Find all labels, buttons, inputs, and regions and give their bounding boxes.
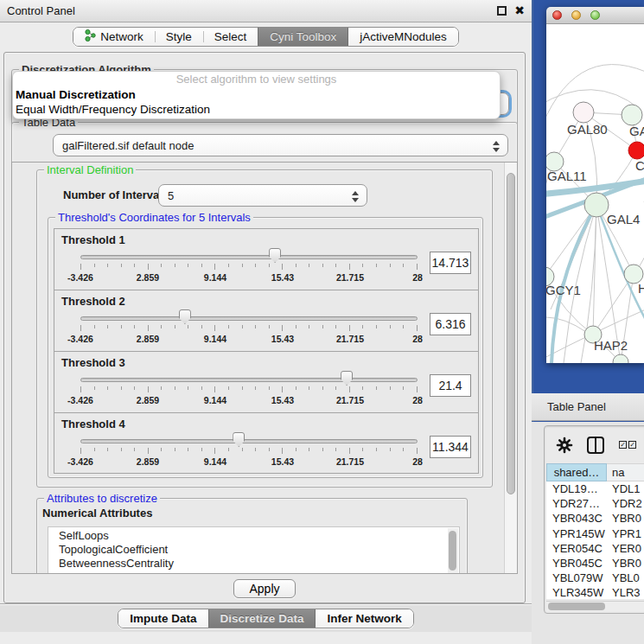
threshold-1-panel: Threshold 1 -3.426 2.859 bbox=[54, 229, 478, 290]
table-toolbar: ✓ ✓ bbox=[545, 426, 644, 463]
slider-tick-labels: -3.426 2.859 9.144 15.43 21.715 28 bbox=[80, 272, 418, 284]
network-window-titlebar bbox=[546, 7, 644, 24]
network-icon bbox=[85, 29, 96, 45]
threshold-1-slider[interactable]: -3.426 2.859 9.144 15.43 21.715 28 bbox=[80, 247, 418, 287]
number-of-intervals-combo[interactable]: 5 bbox=[158, 184, 367, 207]
slider-tick-labels: -3.426 2.859 9.144 15.43 21.715 28 bbox=[80, 395, 418, 406]
threshold-2-slider[interactable]: -3.426 2.859 9.144 15.43 21.715 28 bbox=[80, 309, 418, 348]
tab-jactivemnodules[interactable]: jActiveMNodules bbox=[348, 28, 458, 46]
threshold-2-value-field[interactable]: 6.316 bbox=[430, 313, 471, 335]
threshold-3-slider-thumb[interactable] bbox=[341, 371, 353, 386]
threshold-1-slider-thumb[interactable] bbox=[269, 248, 281, 263]
numerical-attributes-label: Numerical Attributes bbox=[42, 507, 152, 520]
threshold-3-panel: Threshold 3 -3.426 2.859 bbox=[54, 352, 478, 413]
table-row: YER054CYER0 bbox=[546, 541, 644, 556]
list-scrollbar bbox=[448, 528, 458, 574]
tab-cyni-toolbox[interactable]: Cyni Toolbox bbox=[258, 28, 348, 46]
threshold-4-value-field[interactable]: 11.344 bbox=[430, 436, 471, 458]
table-row: YDR27…YDR2 bbox=[546, 496, 644, 511]
network-view-window[interactable]: GAL80 GA GAL11 C GAL4 GCY1 H HAP2 bbox=[546, 7, 644, 363]
table-row: YBR043CYBR0 bbox=[546, 511, 644, 526]
apply-row: Apply bbox=[5, 575, 524, 603]
bottom-tab-group: Impute Data Discretize Data Infer Networ… bbox=[118, 609, 413, 628]
slider-track bbox=[80, 439, 418, 443]
bottom-tabbar: Impute Data Discretize Data Infer Networ… bbox=[0, 603, 532, 632]
zoom-traffic-light-icon[interactable] bbox=[590, 10, 600, 20]
tab-style[interactable]: Style bbox=[155, 28, 203, 46]
slider-ticks bbox=[80, 386, 418, 393]
numerical-attributes-list: SelfLoops TopologicalCoefficient Between… bbox=[48, 526, 460, 574]
tab-network-label: Network bbox=[100, 30, 143, 43]
threshold-3-label: Threshold 3 bbox=[61, 356, 471, 369]
number-of-intervals-value: 5 bbox=[168, 189, 174, 202]
table-panel-title: Table Panel bbox=[547, 400, 606, 413]
tab-discretize-data[interactable]: Discretize Data bbox=[208, 609, 316, 628]
threshold-3-value-field[interactable]: 21.4 bbox=[430, 374, 471, 397]
threshold-4-slider[interactable]: -3.426 2.859 9.144 15.43 21.715 28 bbox=[80, 431, 418, 471]
checkbox-icon[interactable]: ✓ bbox=[619, 441, 627, 449]
threshold-cells: Threshold 1 -3.426 2.859 bbox=[54, 228, 479, 474]
node-table: shared… na YDL19…YDL1 YDR27…YDR2 YBR043C… bbox=[546, 463, 644, 599]
node-label-gal11: GAL11 bbox=[547, 169, 587, 183]
thresholds-group: Threshold's Coordinates for 5 Intervals … bbox=[48, 217, 483, 478]
columns-icon[interactable] bbox=[586, 436, 605, 455]
number-of-intervals-label: Number of Intervals bbox=[63, 188, 169, 201]
float-window-icon[interactable] bbox=[497, 6, 507, 16]
top-tab-group: Network Style Select Cyni Toolbox jActiv… bbox=[73, 27, 459, 47]
table-data-group: Table Data galFiltered.sif default node bbox=[11, 122, 518, 164]
tab-infer-network[interactable]: Infer Network bbox=[316, 609, 412, 628]
top-tabbar: Network Style Select Cyni Toolbox jActiv… bbox=[0, 23, 532, 50]
node-gal80[interactable] bbox=[573, 102, 594, 123]
gear-icon[interactable] bbox=[556, 437, 573, 454]
apply-button[interactable]: Apply bbox=[233, 579, 295, 598]
threshold-1-value-field[interactable]: 14.713 bbox=[430, 252, 471, 274]
column-header-shared[interactable]: shared… bbox=[546, 463, 607, 481]
node-label-hap2: HAP2 bbox=[594, 338, 628, 353]
slider-track bbox=[80, 316, 418, 321]
threshold-2-label: Threshold 2 bbox=[61, 295, 471, 308]
table-row: YLR345WYLR3 bbox=[546, 585, 644, 599]
combo-stepper-icon bbox=[493, 138, 500, 154]
node-clipped-top[interactable] bbox=[622, 105, 642, 125]
threshold-3-slider[interactable]: -3.426 2.859 9.144 15.43 21.715 28 bbox=[80, 370, 418, 410]
interval-definition-group: Interval Definition Number of Intervals … bbox=[36, 169, 493, 488]
panel-vertical-scrollbar bbox=[504, 163, 517, 573]
list-item-betweennesscentrality[interactable]: BetweennessCentrality bbox=[48, 557, 459, 571]
table-scrollbar-thumb[interactable] bbox=[548, 603, 605, 610]
settings-scroll-area: Interval Definition Number of Intervals … bbox=[11, 162, 518, 574]
network-canvas[interactable]: GAL80 GA GAL11 C GAL4 GCY1 H HAP2 bbox=[546, 24, 644, 363]
minimize-traffic-light-icon[interactable] bbox=[571, 10, 581, 20]
threshold-1-label: Threshold 1 bbox=[61, 233, 471, 246]
close-traffic-light-icon[interactable] bbox=[552, 10, 562, 20]
node-gal4[interactable] bbox=[584, 193, 609, 217]
panel-scrollbar-thumb[interactable] bbox=[507, 173, 515, 494]
table-data-combo[interactable]: galFiltered.sif default node bbox=[53, 134, 508, 156]
threshold-2-slider-thumb[interactable] bbox=[179, 309, 191, 324]
table-horizontal-scrollbar bbox=[546, 601, 644, 611]
table-panel-body: ✓ ✓ shared… na YDL19…YDL1 YDR27…YDR2 YBR… bbox=[532, 422, 644, 644]
control-panel: Control Panel ✖ Network bbox=[0, 0, 532, 644]
control-panel-titlebar: Control Panel ✖ bbox=[0, 0, 532, 22]
list-item-selfloops[interactable]: SelfLoops bbox=[48, 527, 459, 543]
table-panel-inset: ✓ ✓ shared… na YDL19…YDL1 YDR27…YDR2 YBR… bbox=[544, 425, 644, 614]
panel-title: Control Panel bbox=[7, 4, 497, 17]
popup-item-equal-width[interactable]: Equal Width/Frequency Discretization bbox=[13, 102, 500, 117]
tab-network[interactable]: Network bbox=[73, 28, 155, 46]
close-icon[interactable]: ✖ bbox=[514, 6, 525, 16]
tab-select[interactable]: Select bbox=[203, 28, 258, 46]
list-scrollbar-thumb[interactable] bbox=[449, 531, 456, 571]
checkbox-icon[interactable]: ✓ bbox=[628, 441, 636, 449]
list-item-topologicalcoefficient[interactable]: TopologicalCoefficient bbox=[48, 543, 459, 557]
column-header-name[interactable]: na bbox=[607, 463, 644, 481]
threshold-4-slider-thumb[interactable] bbox=[233, 432, 245, 447]
interval-definition-title: Interval Definition bbox=[44, 163, 136, 176]
node-label-gal4: GAL4 bbox=[607, 212, 640, 226]
node-clipped-bottom[interactable] bbox=[613, 354, 628, 363]
threshold-4-panel: Threshold 4 -3.426 2.859 bbox=[54, 413, 478, 475]
node-selected-red[interactable] bbox=[628, 142, 644, 159]
attributes-group: Attributes to discretize Numerical Attri… bbox=[36, 498, 468, 574]
table-row: YPR145WYPR1 bbox=[546, 526, 644, 541]
algorithm-dropdown-popup: Select algorithm to view settings Manual… bbox=[12, 71, 501, 119]
popup-item-manual-discretization[interactable]: Manual Discretization bbox=[13, 87, 500, 102]
tab-impute-data[interactable]: Impute Data bbox=[118, 609, 207, 628]
